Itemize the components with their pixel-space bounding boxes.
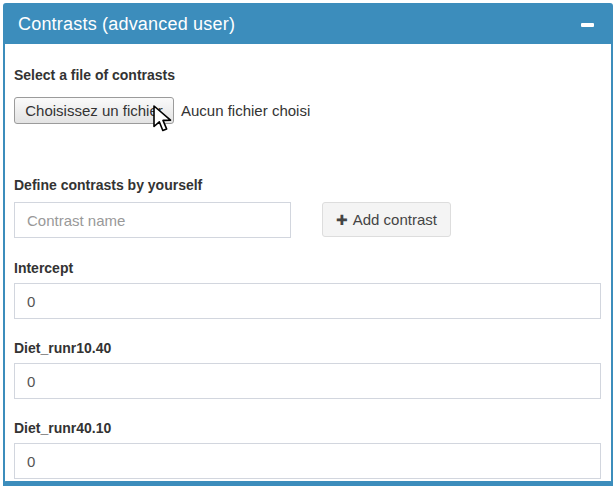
panel-title: Contrasts (advanced user)	[18, 14, 235, 35]
contrast-field-label: Intercept	[14, 260, 73, 276]
contrast-field-input-intercept[interactable]	[14, 283, 601, 319]
add-contrast-label: Add contrast	[353, 211, 437, 228]
minus-icon	[581, 23, 594, 27]
file-status-text: Aucun fichier choisi	[181, 97, 310, 124]
contrasts-panel-screen: Contrasts (advanced user) Select a file …	[0, 0, 616, 486]
contrast-field-input-diet-runr10-40[interactable]	[14, 363, 601, 399]
collapse-button[interactable]	[571, 5, 603, 44]
contrasts-panel: Contrasts (advanced user) Select a file …	[3, 3, 613, 486]
panel-header[interactable]: Contrasts (advanced user)	[5, 5, 611, 44]
contrast-field-input-diet-runr40-10[interactable]	[14, 443, 601, 479]
contrast-name-input[interactable]	[14, 202, 291, 238]
add-contrast-button[interactable]: ✚ Add contrast	[322, 202, 451, 237]
define-section-label: Define contrasts by yourself	[14, 177, 202, 193]
contrast-field-label: Diet_runr10.40	[14, 340, 111, 356]
next-panel-header[interactable]	[3, 481, 613, 486]
choose-file-button[interactable]: Choisissez un fichier	[14, 97, 174, 124]
file-section-label: Select a file of contrasts	[14, 67, 175, 83]
plus-icon: ✚	[336, 212, 348, 228]
contrast-field-label: Diet_runr40.10	[14, 420, 111, 436]
